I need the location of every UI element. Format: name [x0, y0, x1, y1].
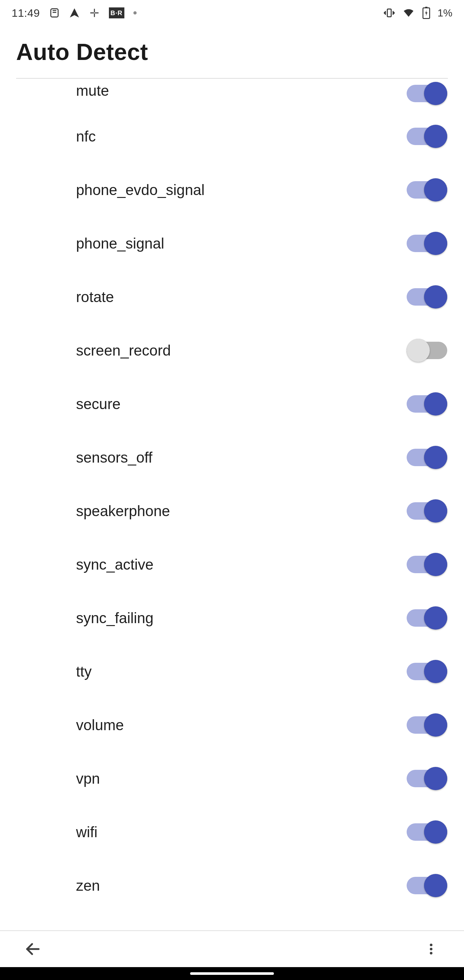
- toggle-switch[interactable]: [407, 606, 447, 630]
- switch-thumb: [424, 553, 447, 576]
- toggle-switch[interactable]: [407, 553, 447, 576]
- switch-thumb: [424, 821, 447, 844]
- list-item[interactable]: speakerphone: [0, 484, 464, 538]
- setting-label: phone_evdo_signal: [76, 181, 407, 199]
- list-item[interactable]: sync_active: [0, 538, 464, 591]
- status-bar-left: 11:49 B·R: [11, 7, 137, 19]
- switch-thumb: [424, 392, 447, 415]
- vibrate-icon: [383, 7, 395, 19]
- list-item[interactable]: phone_evdo_signal: [0, 163, 464, 216]
- list-item[interactable]: vpn: [0, 752, 464, 805]
- setting-label: speakerphone: [76, 502, 407, 520]
- more-notifications-dot-icon: [133, 11, 137, 14]
- switch-thumb: [424, 285, 447, 309]
- switch-thumb: [424, 500, 447, 523]
- switch-thumb: [424, 874, 447, 897]
- list-item[interactable]: secure: [0, 377, 464, 431]
- arrow-left-icon: [24, 940, 41, 958]
- toggle-switch[interactable]: [407, 285, 447, 309]
- svg-point-6: [430, 952, 432, 955]
- toggle-switch[interactable]: [407, 339, 447, 362]
- list-item[interactable]: mute: [0, 79, 464, 110]
- list-item[interactable]: zen: [0, 859, 464, 912]
- switch-thumb: [424, 660, 447, 683]
- list-item[interactable]: sync_failing: [0, 591, 464, 645]
- list-item[interactable]: phone_signal: [0, 216, 464, 270]
- gesture-nav-area: [0, 967, 464, 980]
- switch-thumb: [424, 606, 447, 630]
- send-icon: [69, 7, 80, 18]
- toggle-switch[interactable]: [407, 500, 447, 523]
- setting-label: zen: [76, 877, 407, 894]
- gesture-nav-pill[interactable]: [190, 972, 274, 975]
- setting-label: phone_signal: [76, 235, 407, 252]
- clock: 11:49: [11, 7, 40, 19]
- list-item[interactable]: rotate: [0, 270, 464, 324]
- battery-charging-icon: [422, 7, 431, 19]
- switch-thumb: [424, 232, 447, 255]
- status-bar: 11:49 B·R 1%: [0, 0, 464, 26]
- br-app-icon: B·R: [109, 7, 124, 18]
- settings-list[interactable]: mutenfcphone_evdo_signalphone_signalrota…: [0, 79, 464, 912]
- wifi-icon: [402, 7, 415, 19]
- toggle-switch[interactable]: [407, 821, 447, 844]
- setting-label: sync_active: [76, 556, 407, 573]
- list-item[interactable]: volume: [0, 698, 464, 752]
- setting-label: sensors_off: [76, 449, 407, 466]
- toggle-switch[interactable]: [407, 660, 447, 683]
- toggle-switch[interactable]: [407, 767, 447, 790]
- toggle-switch[interactable]: [407, 874, 447, 897]
- list-item[interactable]: tty: [0, 645, 464, 698]
- list-item[interactable]: screen_record: [0, 324, 464, 377]
- switch-thumb: [424, 767, 447, 790]
- toggle-switch[interactable]: [407, 446, 447, 469]
- setting-label: volume: [76, 716, 407, 734]
- page-title: Auto Detect: [16, 39, 448, 65]
- back-button[interactable]: [19, 935, 46, 963]
- switch-thumb: [424, 713, 447, 737]
- setting-label: sync_failing: [76, 609, 407, 627]
- status-bar-right: 1%: [383, 7, 453, 19]
- list-item[interactable]: wifi: [0, 805, 464, 859]
- toggle-switch[interactable]: [407, 392, 447, 415]
- toggle-switch[interactable]: [407, 82, 447, 105]
- slack-icon: [89, 7, 100, 18]
- svg-rect-3: [425, 7, 427, 8]
- switch-thumb: [424, 82, 447, 105]
- header: Auto Detect: [0, 26, 464, 78]
- battery-percentage: 1%: [438, 7, 453, 19]
- setting-label: tty: [76, 663, 407, 680]
- switch-thumb: [424, 446, 447, 469]
- switch-thumb: [407, 339, 430, 362]
- svg-rect-1: [387, 9, 391, 17]
- more-vert-icon: [424, 940, 438, 958]
- toggle-switch[interactable]: [407, 178, 447, 202]
- setting-label: wifi: [76, 823, 407, 841]
- list-item[interactable]: sensors_off: [0, 431, 464, 484]
- toggle-switch[interactable]: [407, 232, 447, 255]
- svg-point-5: [430, 948, 432, 950]
- setting-label: screen_record: [76, 342, 407, 359]
- setting-label: vpn: [76, 770, 407, 787]
- overflow-menu-button[interactable]: [418, 935, 445, 963]
- setting-label: nfc: [76, 128, 407, 145]
- toggle-switch[interactable]: [407, 125, 447, 148]
- setting-label: secure: [76, 395, 407, 413]
- toggle-switch[interactable]: [407, 713, 447, 737]
- setting-label: mute: [76, 82, 407, 99]
- svg-point-4: [430, 943, 432, 946]
- setting-label: rotate: [76, 288, 407, 305]
- switch-thumb: [424, 125, 447, 148]
- list-item[interactable]: nfc: [0, 110, 464, 163]
- bottom-app-bar: [0, 931, 464, 967]
- notification-icon-1: [49, 7, 60, 18]
- switch-thumb: [424, 178, 447, 202]
